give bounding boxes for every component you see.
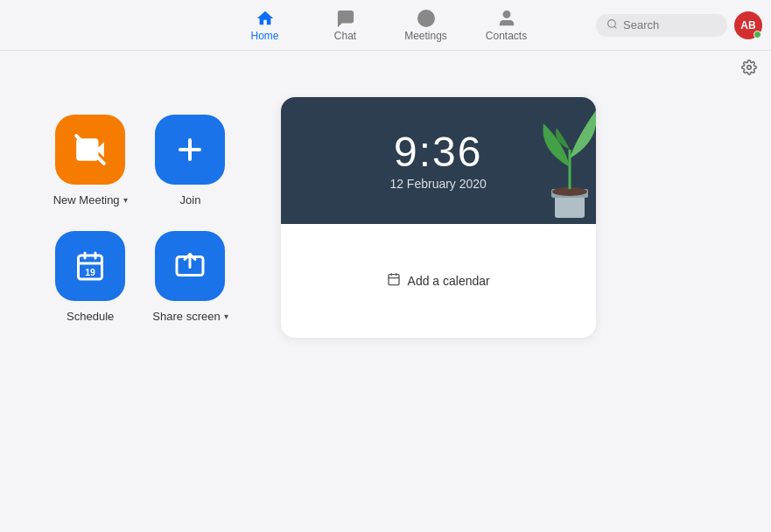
online-indicator bbox=[753, 31, 761, 38]
svg-point-2 bbox=[608, 19, 616, 27]
search-input[interactable] bbox=[623, 18, 717, 32]
join-label: Join bbox=[180, 193, 201, 206]
schedule-label: Schedule bbox=[67, 310, 114, 323]
schedule-action[interactable]: 19 Schedule bbox=[53, 231, 128, 323]
home-icon bbox=[256, 9, 275, 28]
new-meeting-label: New Meeting ▾ bbox=[53, 193, 128, 206]
nav-item-home[interactable]: Home bbox=[239, 9, 291, 42]
meetings-icon bbox=[417, 9, 436, 28]
home-label: Home bbox=[250, 30, 278, 42]
new-meeting-button[interactable] bbox=[55, 115, 125, 185]
share-screen-action[interactable]: Share screen ▾ bbox=[152, 231, 228, 323]
new-meeting-action[interactable]: New Meeting ▾ bbox=[53, 115, 128, 206]
nav-item-chat[interactable]: Chat bbox=[319, 9, 372, 42]
calendar-card: 9:36 12 February 2020 bbox=[281, 97, 596, 338]
join-button[interactable] bbox=[155, 115, 225, 185]
card-body: Add a calendar bbox=[281, 224, 596, 338]
svg-point-1 bbox=[503, 10, 509, 17]
main-content: New Meeting ▾ Join bbox=[0, 80, 771, 528]
settings-icon[interactable] bbox=[741, 60, 757, 80]
svg-rect-19 bbox=[389, 275, 399, 285]
share-screen-button[interactable] bbox=[155, 231, 225, 301]
clock-time: 9:36 bbox=[389, 131, 487, 173]
time-display: 9:36 12 February 2020 bbox=[389, 131, 487, 191]
action-grid: New Meeting ▾ Join bbox=[35, 97, 246, 340]
card-header: 9:36 12 February 2020 bbox=[281, 97, 596, 224]
svg-point-4 bbox=[747, 66, 752, 70]
contacts-icon bbox=[497, 9, 516, 28]
meetings-label: Meetings bbox=[404, 30, 447, 42]
new-meeting-chevron: ▾ bbox=[123, 195, 128, 205]
clock-date: 12 February 2020 bbox=[389, 177, 487, 191]
search-icon bbox=[606, 18, 618, 32]
avatar-wrapper[interactable]: AB bbox=[734, 11, 762, 39]
svg-text:19: 19 bbox=[85, 267, 95, 277]
nav-item-meetings[interactable]: Meetings bbox=[400, 9, 452, 42]
schedule-button[interactable]: 19 bbox=[55, 231, 125, 301]
chat-icon bbox=[336, 9, 355, 28]
add-calendar-button[interactable]: Add a calendar bbox=[387, 272, 490, 290]
add-calendar-label: Add a calendar bbox=[408, 274, 490, 288]
share-screen-chevron: ▾ bbox=[224, 312, 228, 321]
top-navigation: Home Chat Meetings bbox=[0, 0, 771, 51]
search-bar[interactable] bbox=[596, 14, 727, 37]
nav-item-contacts[interactable]: Contacts bbox=[480, 9, 533, 42]
chat-label: Chat bbox=[334, 30, 356, 42]
nav-items: Home Chat Meetings bbox=[239, 9, 533, 42]
join-action[interactable]: Join bbox=[152, 115, 228, 206]
contacts-label: Contacts bbox=[486, 30, 527, 42]
plant-decoration bbox=[530, 97, 596, 224]
share-screen-label: Share screen ▾ bbox=[152, 310, 228, 323]
settings-area bbox=[0, 51, 771, 80]
calendar-icon bbox=[387, 272, 401, 290]
svg-line-3 bbox=[614, 26, 616, 28]
